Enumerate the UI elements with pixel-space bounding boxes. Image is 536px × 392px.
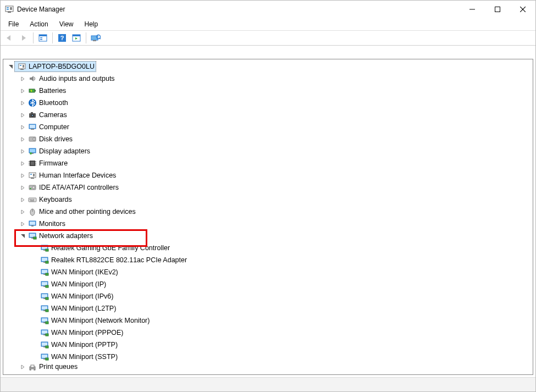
expander-closed-icon[interactable] (19, 147, 26, 155)
expander-none (31, 244, 38, 252)
tree-node[interactable]: Realtek RTL8822CE 802.11ac PCIe Adapter (3, 254, 533, 266)
tree-node-label: Mice and other pointing devices (39, 208, 136, 216)
tree-node[interactable]: Keyboards (3, 194, 533, 206)
expander-closed-icon[interactable] (19, 99, 26, 107)
menu-help[interactable]: Help (80, 19, 103, 29)
expander-closed-icon[interactable] (19, 184, 26, 191)
svg-rect-88 (42, 294, 47, 297)
help-button[interactable]: ? (56, 32, 69, 44)
tree-node[interactable]: WAN Miniport (SSTP) (3, 351, 533, 363)
minimize-button[interactable] (460, 1, 485, 18)
speaker-icon (27, 74, 37, 84)
app-icon (5, 5, 14, 14)
svg-rect-59 (31, 199, 32, 200)
expander-closed-icon[interactable] (19, 196, 26, 203)
svg-rect-90 (46, 297, 48, 300)
tree-node[interactable]: Realtek Gaming GbE Family Controller (3, 242, 533, 254)
svg-rect-77 (43, 262, 46, 263)
svg-rect-89 (43, 298, 46, 299)
svg-rect-82 (46, 273, 48, 275)
window-controls (460, 1, 535, 18)
svg-rect-92 (42, 306, 47, 310)
expander-none (31, 268, 38, 276)
forward-button[interactable] (17, 32, 30, 44)
tree-node[interactable]: WAN Miniport (IKEv2) (3, 266, 533, 278)
expander-closed-icon[interactable] (19, 75, 26, 82)
tree-node[interactable]: Computer (3, 121, 533, 133)
svg-rect-21 (19, 64, 25, 69)
tree-node-label: Keyboards (39, 196, 72, 203)
expander-closed-icon[interactable] (19, 208, 26, 216)
tree-node[interactable]: Cameras (3, 109, 533, 121)
svg-rect-69 (31, 238, 34, 239)
svg-rect-50 (29, 173, 36, 178)
svg-rect-72 (42, 246, 47, 249)
computer-root-icon (17, 62, 27, 71)
tree-node[interactable]: Mice and other pointing devices (3, 206, 533, 218)
tree-node-label: Realtek RTL8822CE 802.11ac PCIe Adapter (51, 256, 187, 264)
selected-node[interactable]: LAPTOP-B5DGO0LU (14, 61, 96, 72)
expander-open-icon[interactable] (19, 232, 26, 240)
tree-node[interactable]: Print queues (3, 363, 533, 371)
tree-node[interactable]: WAN Miniport (IP) (3, 278, 533, 290)
svg-rect-22 (20, 65, 21, 66)
menubar: File Action View Help (1, 18, 535, 30)
svg-rect-58 (30, 199, 31, 200)
tree-node[interactable]: IDE ATA/ATAPI controllers (3, 181, 533, 194)
scan-hardware-button[interactable] (89, 32, 102, 44)
tree-node[interactable]: Network adapters (3, 230, 533, 242)
tree-node[interactable]: WAN Miniport (Network Monitor) (3, 314, 533, 327)
tree-node[interactable]: Monitors (3, 218, 533, 230)
tree-node[interactable]: WAN Miniport (PPTP) (3, 339, 533, 351)
tree-node-label: Display adapters (39, 147, 90, 155)
svg-rect-33 (30, 125, 35, 128)
svg-rect-65 (30, 222, 35, 225)
tree-node[interactable]: WAN Miniport (PPPOE) (3, 327, 533, 339)
tree-node-label: WAN Miniport (PPPOE) (51, 329, 124, 336)
back-button[interactable] (3, 32, 16, 44)
tree-node[interactable]: Bluetooth (3, 97, 533, 109)
close-button[interactable] (510, 1, 535, 18)
expander-closed-icon[interactable] (19, 159, 26, 167)
expander-closed-icon[interactable] (19, 123, 26, 131)
tree-node-label: Print queues (39, 363, 78, 371)
tree-node[interactable]: Batteries (3, 85, 533, 97)
tree-node[interactable]: Firmware (3, 157, 533, 169)
action-button[interactable] (70, 32, 83, 44)
menu-file[interactable]: File (4, 19, 23, 29)
tree-node[interactable]: LAPTOP-B5DGO0LU (3, 60, 533, 73)
status-bar (1, 377, 535, 391)
svg-rect-39 (30, 149, 35, 152)
expander-closed-icon[interactable] (19, 220, 26, 228)
expander-closed-icon[interactable] (19, 111, 26, 119)
tree-node-label: Computer (39, 123, 69, 131)
svg-rect-113 (31, 369, 34, 371)
tree-node[interactable]: Disk drives (3, 133, 533, 145)
tree-node-label: LAPTOP-B5DGO0LU (29, 63, 95, 70)
expander-closed-icon[interactable] (19, 87, 26, 95)
svg-rect-53 (31, 178, 34, 179)
tree-node[interactable]: WAN Miniport (IPv6) (3, 290, 533, 302)
tree-node[interactable]: Human Interface Devices (3, 169, 533, 181)
expander-closed-icon[interactable] (19, 172, 26, 179)
tree-node-label: Firmware (39, 159, 68, 167)
maximize-button[interactable] (485, 1, 510, 18)
svg-rect-73 (43, 250, 46, 251)
tree-node-label: Monitors (39, 220, 65, 228)
show-hide-console-tree-button[interactable] (36, 32, 49, 44)
expander-closed-icon[interactable] (19, 363, 26, 371)
ide-icon (27, 183, 37, 192)
device-tree-pane[interactable]: LAPTOP-B5DGO0LUAudio inputs and outputsB… (3, 59, 533, 375)
tree-node[interactable]: Audio inputs and outputs (3, 73, 533, 85)
titlebar: Device Manager (1, 1, 535, 18)
tree-node[interactable]: Display adapters (3, 145, 533, 157)
network-adapter-icon (40, 352, 49, 362)
tree-node[interactable]: WAN Miniport (L2TP) (3, 302, 533, 314)
expander-closed-icon[interactable] (19, 135, 26, 143)
hid-icon (27, 170, 37, 180)
menu-action[interactable]: Action (25, 19, 52, 29)
tree-node-label: WAN Miniport (Network Monitor) (51, 317, 150, 324)
svg-rect-78 (46, 261, 48, 263)
expander-open-icon[interactable] (7, 63, 14, 70)
menu-view[interactable]: View (55, 19, 78, 29)
